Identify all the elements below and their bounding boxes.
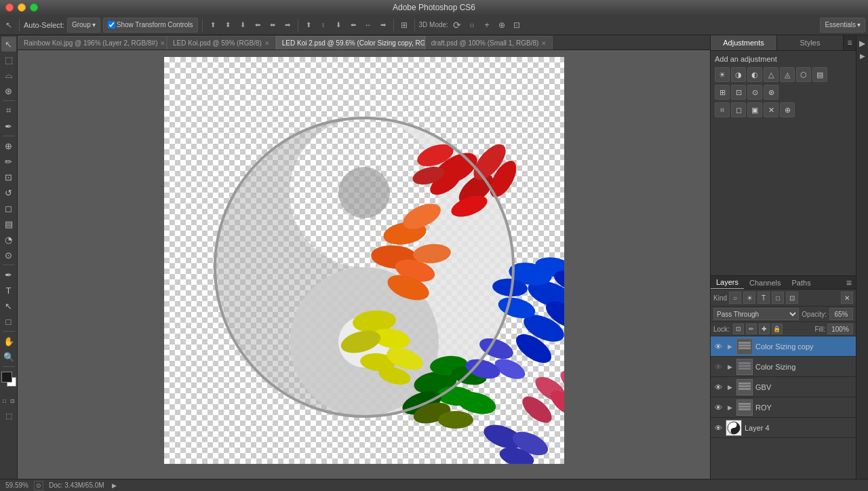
lock-paint-icon[interactable]: ✏ [746,323,757,334]
layer-eye-2[interactable]: 👁 [713,382,723,392]
3d-rotate-icon[interactable]: ⟳ [451,19,463,31]
tab-led-koi2[interactable]: LED Koi 2.psd @ 59.6% (Color Sizing copy… [276,36,425,50]
layer-row-layer4[interactable]: 👁 Layer 4 [711,418,856,438]
blur-tool[interactable]: ◔ [1,232,16,247]
layer-row-color-sizing[interactable]: 👁 ▶ Color Sizing [711,357,856,377]
layer-expand-0[interactable]: ▶ [726,342,734,351]
panel-collapse-icon[interactable]: ▶ [857,38,868,49]
tab-led-koi[interactable]: LED Koi.psd @ 59% (RGB/8) ✕ [167,36,276,50]
fill-input[interactable] [827,323,853,334]
filter-clear[interactable]: ✕ [841,292,853,304]
posterize-btn[interactable]: ◻ [731,102,746,117]
styles-tab[interactable]: Styles [777,35,844,50]
healing-brush[interactable]: ⊕ [1,138,16,153]
layer-eye-4[interactable]: 👁 [713,423,723,433]
status-arrow-icon[interactable]: ▶ [110,481,119,490]
path-select-tool[interactable]: ↖ [1,298,16,313]
tab-channels[interactable]: Channels [744,277,786,289]
3d-orbit-icon[interactable]: ○ [466,19,478,31]
layer-row-roy[interactable]: 👁 ▶ ROY [711,397,856,418]
layer-expand-2[interactable]: ▶ [726,383,734,391]
layer-row-gbv[interactable]: 👁 ▶ GBV [711,377,856,397]
tab-paths[interactable]: Paths [787,277,816,289]
standard-mode[interactable]: □ [1,395,8,406]
align-left-icon[interactable]: ⬅ [252,19,264,31]
layers-panel-menu-icon[interactable]: ≡ [842,277,856,288]
lasso-tool[interactable]: ⌓ [1,68,16,83]
adjustments-tab[interactable]: Adjustments [711,35,777,50]
tab-close-1[interactable]: ✕ [264,40,270,47]
invert-btn[interactable]: ⌗ [715,102,730,117]
3d-camera-icon[interactable]: ⊡ [511,19,523,31]
lock-position-icon[interactable]: ✚ [759,323,770,334]
layer-expand-3[interactable]: ▶ [726,404,734,412]
lock-all-icon[interactable]: 🔒 [772,323,783,334]
pen-tool[interactable]: ✒ [1,267,16,282]
tab-close-3[interactable]: ✕ [541,40,547,47]
layer-eye-3[interactable]: 👁 [713,403,723,412]
panel-collapse2-icon[interactable]: ▶ [857,50,868,61]
vibrance-btn[interactable]: ◬ [780,67,795,82]
selective-color-btn[interactable]: ⊕ [780,102,795,117]
levels-btn[interactable]: ◑ [731,67,746,82]
dist-left-icon[interactable]: ⬅ [347,19,359,31]
brush-tool[interactable]: ✏ [1,154,16,169]
screen-mode[interactable]: ⬚ [1,408,16,423]
dist-bottom-icon[interactable]: ⬇ [332,19,344,31]
opacity-input[interactable] [829,308,853,320]
dist-vert-icon[interactable]: ↕ [317,19,330,31]
align-bottom-icon[interactable]: ⬇ [237,19,249,31]
exposure-btn[interactable]: △ [764,67,778,82]
lock-pixels-icon[interactable]: ⊡ [733,323,744,334]
dist-horiz-icon[interactable]: ↔ [362,19,374,31]
tab-layers[interactable]: Layers [711,276,744,289]
channel-mixer-btn[interactable]: ⊙ [747,85,762,100]
dist-top-icon[interactable]: ⬆ [302,19,315,31]
color-lookup-btn[interactable]: ⊛ [764,85,778,100]
dodge-tool[interactable]: ⊙ [1,248,16,262]
quick-mask-mode[interactable]: ⊡ [9,395,16,406]
3d-pan-icon[interactable]: + [481,19,493,31]
align-right-icon[interactable]: ➡ [281,19,294,31]
filter-type[interactable]: T [757,292,770,304]
filter-toggle[interactable]: ○ [729,292,741,304]
essentials-button[interactable]: Essentials ▾ [820,18,865,33]
layer-eye-0[interactable]: 👁 [713,342,723,351]
3d-roll-icon[interactable]: ⊕ [496,19,508,31]
tab-draft[interactable]: draft.psd @ 100% (Small 1, RGB/8) ✕ [425,36,553,50]
type-tool[interactable]: T [1,283,16,298]
tab-rainbow-koi[interactable]: Rainbow Koi.jpg @ 196% (Layer 2, RGB/8#)… [18,36,167,50]
eyedropper-tool[interactable]: ✒ [1,119,16,134]
tab-close-0[interactable]: ✕ [160,40,165,47]
foreground-color[interactable] [1,372,12,382]
curves-btn[interactable]: ◐ [747,67,762,82]
filter-shape[interactable]: □ [772,292,784,304]
color-swatches[interactable] [1,372,16,387]
threshold-btn[interactable]: ▣ [747,102,762,117]
arrange-icon[interactable]: ⊞ [398,19,410,31]
hand-tool[interactable]: ✋ [1,334,16,349]
shape-tool[interactable]: □ [1,314,16,329]
marquee-tool[interactable]: ⬚ [1,52,16,67]
clone-stamp[interactable]: ⊡ [1,170,16,184]
eraser-tool[interactable]: ◻ [1,201,16,216]
crop-tool[interactable]: ⌗ [1,103,16,118]
move-tool-icon[interactable]: ↖ [3,19,15,31]
hsl-btn[interactable]: ⬡ [796,67,811,82]
color-balance-btn[interactable]: ▤ [812,67,827,82]
layer-eye-1[interactable]: 👁 [713,362,723,372]
history-brush[interactable]: ↺ [1,185,16,200]
filter-smart[interactable]: ⊡ [786,292,798,304]
align-top-icon[interactable]: ⬆ [207,19,219,31]
minimize-button[interactable] [18,3,26,12]
layer-expand-1[interactable]: ▶ [726,363,734,371]
align-horiz-icon[interactable]: ⬌ [267,19,279,31]
gradient-map-btn[interactable]: ✕ [764,102,778,117]
black-white-btn[interactable]: ⊞ [715,85,730,100]
gradient-tool[interactable]: ▤ [1,216,16,231]
maximize-button[interactable] [30,3,38,12]
filter-adjustments[interactable]: ☀ [743,292,755,304]
close-button[interactable] [5,3,14,12]
blend-mode-select[interactable]: Pass Through Normal Multiply Screen [713,308,799,320]
photo-filter-btn[interactable]: ⊡ [731,85,746,100]
